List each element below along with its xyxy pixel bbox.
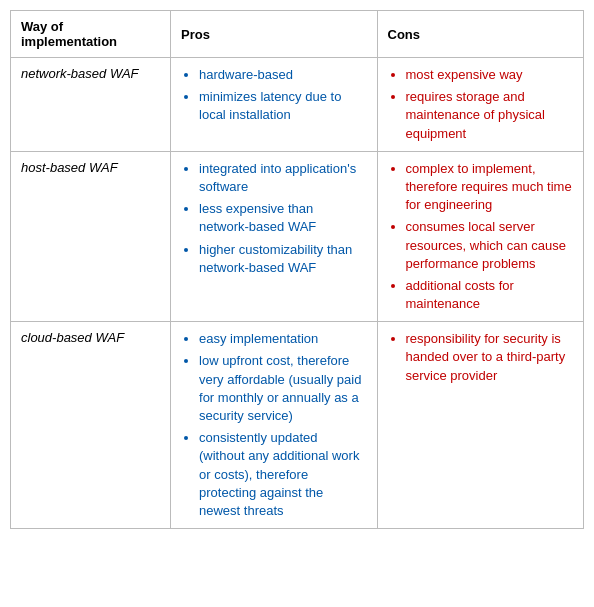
pros-item: easy implementation xyxy=(199,330,366,348)
pros-item: hardware-based xyxy=(199,66,366,84)
header-cons: Cons xyxy=(377,11,584,58)
pros-item: low upfront cost, therefore very afforda… xyxy=(199,352,366,425)
pros-item: less expensive than network-based WAF xyxy=(199,200,366,236)
cons-item: requires storage and maintenance of phys… xyxy=(406,88,574,143)
header-pros: Pros xyxy=(171,11,377,58)
way-cell-1: host-based WAF xyxy=(11,151,171,322)
cons-item: complex to implement, therefore requires… xyxy=(406,160,574,215)
pros-item: minimizes latency due to local installat… xyxy=(199,88,366,124)
cons-cell-0: most expensive wayrequires storage and m… xyxy=(377,58,584,152)
pros-cell-1: integrated into application's softwarele… xyxy=(171,151,377,322)
waf-comparison-table: Way of implementation Pros Cons network-… xyxy=(10,10,584,529)
way-cell-2: cloud-based WAF xyxy=(11,322,171,529)
cons-item: consumes local server resources, which c… xyxy=(406,218,574,273)
pros-cell-2: easy implementationlow upfront cost, the… xyxy=(171,322,377,529)
way-cell-0: network-based WAF xyxy=(11,58,171,152)
cons-cell-1: complex to implement, therefore requires… xyxy=(377,151,584,322)
cons-item: additional costs for maintenance xyxy=(406,277,574,313)
cons-item: responsibility for security is handed ov… xyxy=(406,330,574,385)
pros-item: integrated into application's software xyxy=(199,160,366,196)
pros-item: higher customizability than network-base… xyxy=(199,241,366,277)
header-way: Way of implementation xyxy=(11,11,171,58)
cons-item: most expensive way xyxy=(406,66,574,84)
pros-cell-0: hardware-basedminimizes latency due to l… xyxy=(171,58,377,152)
pros-item: consistently updated (without any additi… xyxy=(199,429,366,520)
cons-cell-2: responsibility for security is handed ov… xyxy=(377,322,584,529)
